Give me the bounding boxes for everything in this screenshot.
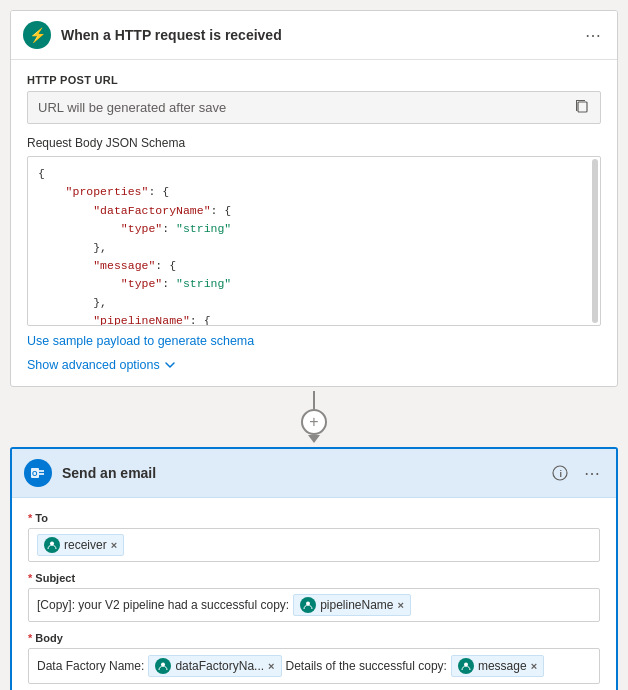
body-tag1-label: dataFactoryNa... bbox=[175, 659, 264, 673]
body-input[interactable]: Data Factory Name: dataFactoryNa... × De… bbox=[28, 648, 600, 684]
add-step-icon: + bbox=[309, 413, 318, 431]
data-icon-3 bbox=[461, 661, 471, 671]
body-tag-datafactory: dataFactoryNa... × bbox=[148, 655, 281, 677]
body-prefix-text: Data Factory Name: bbox=[37, 659, 144, 673]
email-card-menu: i ⋯ bbox=[548, 462, 604, 485]
code-line-9: "pipelineName": { bbox=[38, 312, 590, 326]
outlook-icon: O bbox=[29, 464, 47, 482]
chevron-down-icon bbox=[164, 359, 176, 371]
svg-text:O: O bbox=[32, 470, 38, 477]
code-line-4: "type": "string" bbox=[38, 220, 590, 238]
send-email-card: O Send an email i ⋯ To bbox=[10, 447, 618, 690]
url-field: URL will be generated after save bbox=[27, 91, 601, 124]
datafactory-tag-icon bbox=[155, 658, 171, 674]
scrollbar[interactable] bbox=[592, 159, 598, 323]
code-line-2: "properties": { bbox=[38, 183, 590, 201]
info-icon: i bbox=[552, 465, 568, 481]
http-card-icon: ⚡ bbox=[23, 21, 51, 49]
subject-field: Subject [Copy]: your V2 pipeline had a s… bbox=[28, 572, 600, 622]
http-advanced-options-toggle[interactable]: Show advanced options bbox=[27, 358, 176, 372]
body-label: Body bbox=[28, 632, 600, 644]
code-line-7: "type": "string" bbox=[38, 275, 590, 293]
json-schema-label: Request Body JSON Schema bbox=[27, 136, 601, 150]
email-more-options-button[interactable]: ⋯ bbox=[580, 462, 604, 485]
http-request-card: ⚡ When a HTTP request is received ⋯ HTTP… bbox=[10, 10, 618, 387]
subject-tag-pipeline: pipelineName × bbox=[293, 594, 411, 616]
http-more-options-button[interactable]: ⋯ bbox=[581, 24, 605, 47]
sample-payload-link[interactable]: Use sample payload to generate schema bbox=[27, 334, 254, 348]
receiver-tag-icon bbox=[44, 537, 60, 553]
to-field: To receiver × bbox=[28, 512, 600, 562]
code-line-1: { bbox=[38, 165, 590, 183]
copy-url-button[interactable] bbox=[574, 98, 590, 117]
connector-line-top bbox=[313, 391, 315, 409]
pipeline-tag-icon bbox=[300, 597, 316, 613]
email-info-button[interactable]: i bbox=[548, 463, 572, 483]
subject-label: Subject bbox=[28, 572, 600, 584]
email-card-header: O Send an email i ⋯ bbox=[12, 449, 616, 498]
subject-input[interactable]: [Copy]: your V2 pipeline had a successfu… bbox=[28, 588, 600, 622]
body-tag2-close-button[interactable]: × bbox=[531, 661, 537, 672]
json-schema-editor[interactable]: { "properties": { "dataFactoryName": { "… bbox=[27, 156, 601, 326]
to-tag-receiver: receiver × bbox=[37, 534, 124, 556]
svg-text:i: i bbox=[560, 469, 563, 479]
body-tag-message: message × bbox=[451, 655, 544, 677]
http-card-body: HTTP POST URL URL will be generated afte… bbox=[11, 60, 617, 386]
code-line-5: }, bbox=[38, 239, 590, 257]
add-step-button[interactable]: + bbox=[301, 409, 327, 435]
http-card-title: When a HTTP request is received bbox=[61, 27, 571, 43]
body-tag1-close-button[interactable]: × bbox=[268, 661, 274, 672]
code-line-6: "message": { bbox=[38, 257, 590, 275]
http-advanced-options-label: Show advanced options bbox=[27, 358, 160, 372]
subject-tag-label: pipelineName bbox=[320, 598, 393, 612]
connector-arrow bbox=[308, 435, 320, 443]
svg-rect-0 bbox=[578, 102, 587, 112]
body-separator-text: Details of the successful copy: bbox=[286, 659, 447, 673]
http-post-url-label: HTTP POST URL bbox=[27, 74, 601, 86]
to-input[interactable]: receiver × bbox=[28, 528, 600, 562]
to-tag-close-button[interactable]: × bbox=[111, 540, 117, 551]
body-tag2-label: message bbox=[478, 659, 527, 673]
email-card-body: To receiver × Su bbox=[12, 498, 616, 690]
code-line-3: "dataFactoryName": { bbox=[38, 202, 590, 220]
user-icon bbox=[47, 540, 57, 550]
subject-tag-close-button[interactable]: × bbox=[398, 600, 404, 611]
step-connector: + bbox=[10, 387, 618, 447]
http-card-header: ⚡ When a HTTP request is received ⋯ bbox=[11, 11, 617, 60]
message-tag-icon bbox=[458, 658, 474, 674]
email-card-icon: O bbox=[24, 459, 52, 487]
url-placeholder-text: URL will be generated after save bbox=[38, 100, 566, 115]
to-label: To bbox=[28, 512, 600, 524]
email-card-title: Send an email bbox=[62, 465, 538, 481]
body-field: Body Data Factory Name: dataFactoryNa...… bbox=[28, 632, 600, 684]
data-icon bbox=[303, 600, 313, 610]
subject-prefix-text: [Copy]: your V2 pipeline had a successfu… bbox=[37, 598, 289, 612]
to-tag-label: receiver bbox=[64, 538, 107, 552]
http-card-menu: ⋯ bbox=[581, 24, 605, 47]
data-icon-2 bbox=[158, 661, 168, 671]
code-line-8: }, bbox=[38, 294, 590, 312]
